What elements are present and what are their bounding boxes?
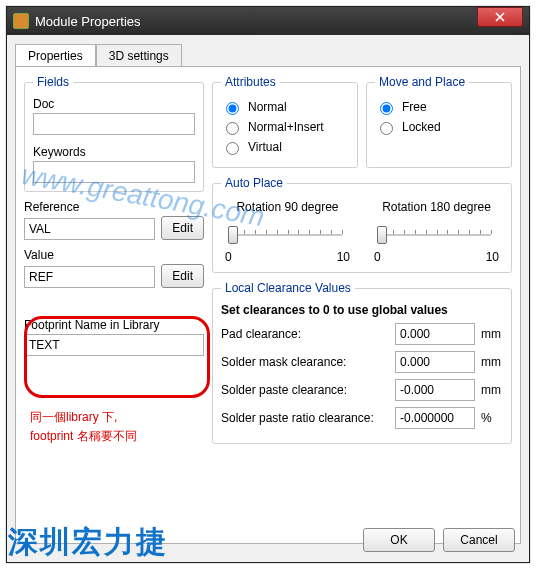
attr-virtual-radio[interactable] (226, 142, 239, 155)
keywords-label: Keywords (33, 145, 195, 159)
paste-clearance-unit: mm (481, 383, 503, 397)
mp-free-row[interactable]: Free (375, 99, 503, 115)
mp-locked-row[interactable]: Locked (375, 119, 503, 135)
annotation-text: 同一個library 下, footprint 名稱要不同 (30, 408, 210, 446)
value-edit-button[interactable]: Edit (161, 264, 204, 288)
autoplace-group: Auto Place Rotation 90 degree (212, 176, 512, 273)
tabstrip: Properties 3D settings (7, 35, 529, 66)
ratio-clearance-input[interactable] (395, 407, 475, 429)
value-label: Value (24, 248, 204, 262)
paste-clearance-input[interactable] (395, 379, 475, 401)
reference-label: Reference (24, 200, 204, 214)
dialog-buttons: OK Cancel (363, 528, 515, 552)
rot90-slider[interactable] (221, 220, 354, 250)
close-button[interactable] (477, 7, 523, 27)
pad-clearance-unit: mm (481, 327, 503, 341)
tabpage-properties: Fields Doc Keywords Reference Edit Value… (15, 66, 521, 544)
rot90-col: Rotation 90 degree 0 10 (221, 200, 354, 264)
window-title: Module Properties (35, 14, 529, 29)
mp-locked-radio[interactable] (380, 122, 393, 135)
attributes-group: Attributes Normal Normal+Insert Virtual (212, 75, 358, 168)
fields-legend: Fields (33, 75, 73, 89)
rot90-thumb[interactable] (228, 226, 238, 244)
keywords-input[interactable] (33, 161, 195, 183)
rot180-thumb[interactable] (377, 226, 387, 244)
clearance-hint: Set clearances to 0 to use global values (221, 303, 503, 317)
reference-edit-button[interactable]: Edit (161, 216, 204, 240)
fields-group: Fields Doc Keywords (24, 75, 204, 192)
rot180-max: 10 (486, 250, 499, 264)
close-icon (495, 12, 505, 22)
left-column: Fields Doc Keywords Reference Edit Value… (24, 75, 204, 356)
rot180-label: Rotation 180 degree (370, 200, 503, 214)
value-input[interactable] (24, 266, 155, 288)
annotation-line2: footprint 名稱要不同 (30, 427, 210, 446)
mp-free-label: Free (402, 100, 427, 114)
cancel-button[interactable]: Cancel (443, 528, 515, 552)
rot180-col: Rotation 180 degree 0 10 (370, 200, 503, 264)
mask-clearance-unit: mm (481, 355, 503, 369)
app-icon (13, 13, 29, 29)
rot90-min: 0 (225, 250, 232, 264)
attr-virtual-row[interactable]: Virtual (221, 139, 349, 155)
rot90-max: 10 (337, 250, 350, 264)
titlebar[interactable]: Module Properties (7, 7, 529, 35)
mp-free-radio[interactable] (380, 102, 393, 115)
ratio-clearance-row: Solder paste ratio clearance: % (221, 407, 503, 429)
tab-3d-settings[interactable]: 3D settings (96, 44, 182, 67)
attr-normalinsert-label: Normal+Insert (248, 120, 324, 134)
paste-clearance-label: Solder paste clearance: (221, 383, 389, 397)
attributes-legend: Attributes (221, 75, 280, 89)
autoplace-legend: Auto Place (221, 176, 287, 190)
rot180-slider[interactable] (370, 220, 503, 250)
paste-clearance-row: Solder paste clearance: mm (221, 379, 503, 401)
ok-button[interactable]: OK (363, 528, 435, 552)
mask-clearance-label: Solder mask clearance: (221, 355, 389, 369)
rot90-label: Rotation 90 degree (221, 200, 354, 214)
attr-normalinsert-radio[interactable] (226, 122, 239, 135)
reference-input[interactable] (24, 218, 155, 240)
footprint-input[interactable] (24, 334, 204, 356)
mask-clearance-row: Solder mask clearance: mm (221, 351, 503, 373)
move-place-legend: Move and Place (375, 75, 469, 89)
move-place-group: Move and Place Free Locked (366, 75, 512, 168)
footprint-label: Footprint Name in Library (24, 318, 204, 332)
doc-label: Doc (33, 97, 195, 111)
mp-locked-label: Locked (402, 120, 441, 134)
annotation-line1: 同一個library 下, (30, 408, 210, 427)
module-properties-window: Module Properties Properties 3D settings… (6, 6, 530, 563)
attr-normalinsert-row[interactable]: Normal+Insert (221, 119, 349, 135)
ratio-clearance-label: Solder paste ratio clearance: (221, 411, 389, 425)
right-column: Attributes Normal Normal+Insert Virtual (212, 75, 512, 452)
mask-clearance-input[interactable] (395, 351, 475, 373)
rot180-min: 0 (374, 250, 381, 264)
pad-clearance-row: Pad clearance: mm (221, 323, 503, 345)
clearance-group: Local Clearance Values Set clearances to… (212, 281, 512, 444)
doc-input[interactable] (33, 113, 195, 135)
attr-virtual-label: Virtual (248, 140, 282, 154)
client-area: Properties 3D settings Fields Doc Keywor… (7, 35, 529, 562)
attr-normal-label: Normal (248, 100, 287, 114)
pad-clearance-input[interactable] (395, 323, 475, 345)
attr-normal-row[interactable]: Normal (221, 99, 349, 115)
attr-normal-radio[interactable] (226, 102, 239, 115)
pad-clearance-label: Pad clearance: (221, 327, 389, 341)
clearance-legend: Local Clearance Values (221, 281, 355, 295)
ratio-clearance-unit: % (481, 411, 503, 425)
tab-properties[interactable]: Properties (15, 44, 96, 67)
